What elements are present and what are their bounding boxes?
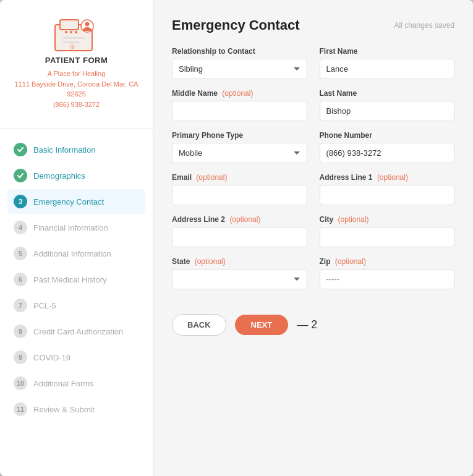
middle-name-group: Middle Name (optional) bbox=[172, 89, 307, 121]
middle-name-input[interactable] bbox=[172, 101, 307, 121]
address-line1-label: Address Line 1 (optional) bbox=[320, 173, 455, 182]
address-line2-group: Address Line 2 (optional) bbox=[172, 215, 307, 247]
city-input[interactable] bbox=[320, 227, 455, 247]
first-name-label: First Name bbox=[320, 47, 455, 56]
sidebar-item-credit-card[interactable]: 8 Credit Card Authorization bbox=[7, 319, 145, 344]
nav-label-2: Demographics bbox=[33, 171, 85, 181]
nav-badge-11: 11 bbox=[14, 402, 27, 416]
nav-badge-9: 9 bbox=[14, 351, 27, 364]
nav-label-9: COVID-19 bbox=[33, 353, 70, 362]
svg-point-4 bbox=[75, 31, 77, 33]
nav-label-6: Past Medical History bbox=[33, 275, 106, 284]
phone-number-input[interactable] bbox=[320, 143, 455, 163]
app-window: ! PATIENT FORM A Place for Healing 1111 … bbox=[0, 0, 473, 476]
nav-label-8: Credit Card Authorization bbox=[33, 327, 123, 336]
nav-label-11: Review & Submit bbox=[33, 405, 95, 414]
nav-badge-8: 8 bbox=[14, 325, 27, 338]
nav-badge-3: 3 bbox=[14, 195, 27, 208]
sidebar-item-financial-information[interactable]: 4 Financial Information bbox=[7, 215, 145, 240]
nav-badge-5: 5 bbox=[14, 247, 27, 260]
nav-label-1: Basic Information bbox=[33, 145, 95, 155]
svg-point-2 bbox=[65, 31, 67, 33]
main-content: Emergency Contact All changes saved Rela… bbox=[153, 0, 473, 476]
zip-label: Zip (optional) bbox=[320, 257, 455, 266]
state-label: State (optional) bbox=[172, 257, 307, 266]
sidebar-item-emergency-contact[interactable]: 3 Emergency Contact bbox=[7, 189, 145, 214]
checkmark-icon bbox=[17, 172, 24, 179]
main-header: Emergency Contact All changes saved bbox=[172, 17, 454, 33]
sidebar-item-past-medical-history[interactable]: 6 Past Medical History bbox=[7, 267, 145, 292]
sidebar-item-pcl5[interactable]: 7 PCL-5 bbox=[7, 293, 145, 318]
sidebar: ! PATIENT FORM A Place for Healing 1111 … bbox=[0, 0, 153, 476]
sidebar-item-additional-information[interactable]: 5 Additional Information bbox=[7, 241, 145, 266]
state-select[interactable]: CA NY TX bbox=[172, 269, 307, 289]
sidebar-divider bbox=[0, 128, 153, 129]
nav-badge-2 bbox=[14, 169, 27, 182]
patient-form-icon: ! bbox=[49, 12, 104, 56]
first-name-group: First Name bbox=[320, 47, 455, 79]
phone-number-label: Phone Number bbox=[320, 131, 455, 140]
next-indicator: — 2 bbox=[297, 318, 317, 331]
back-button[interactable]: BACK bbox=[172, 314, 226, 336]
sidebar-item-covid19[interactable]: 9 COVID-19 bbox=[7, 345, 145, 370]
zip-group: Zip (optional) bbox=[320, 257, 455, 289]
nav-label-4: Financial Information bbox=[33, 223, 108, 232]
phone-number-group: Phone Number bbox=[320, 131, 455, 163]
email-label: Email (optional) bbox=[172, 173, 307, 182]
zip-input[interactable] bbox=[320, 269, 455, 289]
last-name-label: Last Name bbox=[320, 89, 455, 98]
state-zip-row: State (optional) CA NY TX Zip (optional) bbox=[172, 257, 454, 289]
actions-row: BACK NEXT — 2 bbox=[172, 314, 454, 336]
nav-label-7: PCL-5 bbox=[33, 301, 56, 310]
page-title: Emergency Contact bbox=[172, 17, 300, 33]
form: Relationship to Contact Sibling Parent S… bbox=[172, 47, 454, 336]
email-input[interactable] bbox=[172, 185, 307, 205]
nav-badge-4: 4 bbox=[14, 221, 27, 234]
svg-text:!: ! bbox=[71, 45, 73, 50]
nav-label-3: Emergency Contact bbox=[33, 197, 104, 206]
middle-name-label: Middle Name (optional) bbox=[172, 89, 307, 98]
address-line1-input[interactable] bbox=[320, 185, 455, 205]
logo-block: ! PATIENT FORM A Place for Healing 1111 … bbox=[0, 12, 153, 109]
sidebar-item-basic-information[interactable]: Basic Information bbox=[7, 137, 145, 162]
nav-badge-10: 10 bbox=[14, 376, 27, 390]
clinic-info: A Place for Healing 1111 Bayside Drive, … bbox=[0, 69, 153, 109]
checkmark-icon bbox=[17, 146, 24, 153]
relationship-select[interactable]: Sibling Parent Spouse Friend Other bbox=[172, 59, 307, 79]
svg-rect-6 bbox=[62, 41, 80, 43]
last-name-input[interactable] bbox=[320, 101, 455, 121]
city-label: City (optional) bbox=[320, 215, 455, 224]
address-line2-input[interactable] bbox=[172, 227, 307, 247]
sidebar-item-additional-forms[interactable]: 10 Additional Forms bbox=[7, 371, 145, 396]
city-group: City (optional) bbox=[320, 215, 455, 247]
sidebar-item-review-submit[interactable]: 11 Review & Submit bbox=[7, 397, 145, 422]
nav-badge-1 bbox=[14, 143, 27, 156]
nav-label-5: Additional Information bbox=[33, 249, 111, 258]
patient-form-title: PATIENT FORM bbox=[45, 56, 108, 65]
svg-rect-1 bbox=[60, 20, 79, 30]
nav-list: Basic Information Demographics 3 Emergen… bbox=[0, 137, 153, 423]
first-name-input[interactable] bbox=[320, 59, 455, 79]
address-line2-label: Address Line 2 (optional) bbox=[172, 215, 307, 224]
relationship-group: Relationship to Contact Sibling Parent S… bbox=[172, 47, 307, 79]
phone-type-label: Primary Phone Type bbox=[172, 131, 307, 140]
next-button[interactable]: NEXT bbox=[235, 315, 289, 335]
address-line1-group: Address Line 1 (optional) bbox=[320, 173, 455, 205]
sidebar-item-demographics[interactable]: Demographics bbox=[7, 163, 145, 188]
email-group: Email (optional) bbox=[172, 173, 307, 205]
nav-badge-6: 6 bbox=[14, 273, 27, 286]
svg-point-8 bbox=[85, 22, 89, 27]
svg-point-3 bbox=[70, 31, 72, 33]
last-name-group: Last Name bbox=[320, 89, 455, 121]
phone-type-group: Primary Phone Type Mobile Home Work bbox=[172, 131, 307, 163]
nav-label-10: Additional Forms bbox=[33, 379, 94, 388]
nav-badge-7: 7 bbox=[14, 299, 27, 312]
saved-status: All changes saved bbox=[394, 21, 454, 30]
phone-type-select[interactable]: Mobile Home Work bbox=[172, 143, 307, 163]
svg-rect-5 bbox=[62, 37, 85, 39]
state-group: State (optional) CA NY TX bbox=[172, 257, 307, 289]
relationship-label: Relationship to Contact bbox=[172, 47, 307, 56]
